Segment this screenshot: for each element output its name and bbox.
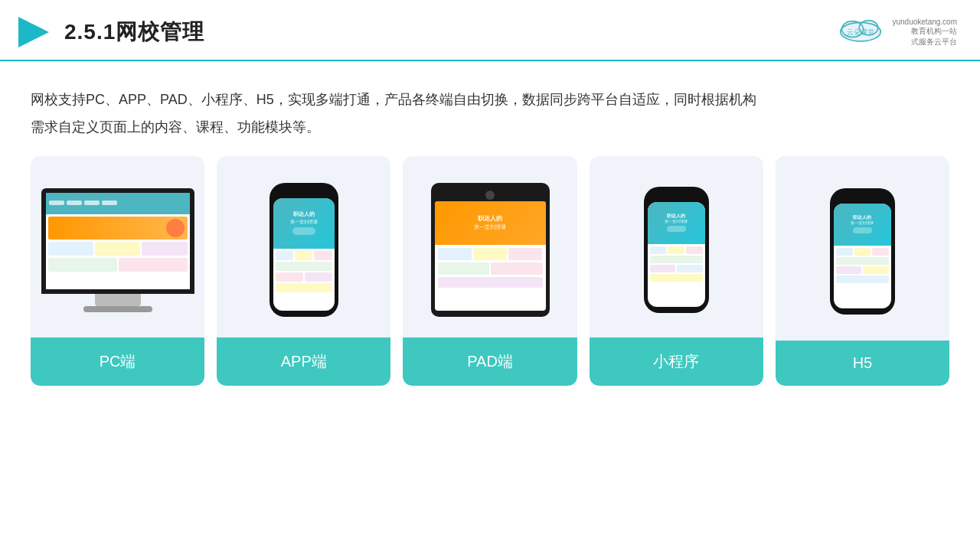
cards-container: PC端 职达人的 第一堂刘理课 <box>31 156 949 386</box>
card-app: 职达人的 第一堂刘理课 <box>217 156 390 386</box>
logo-url: yunduoketang.com <box>892 18 957 26</box>
card-h5-image: 职达人的 第一堂刘理课 <box>776 156 949 341</box>
logo-area: 云朵课堂 yunduoketang.com 教育机构一站 式服务云平台 <box>834 17 957 47</box>
logo-tagline: 教育机构一站 <box>892 26 957 37</box>
monitor-mockup <box>41 188 194 312</box>
logo-tagline2: 式服务云平台 <box>892 37 957 47</box>
card-mini: 职达人的 第一堂刘理课 <box>590 156 763 386</box>
phone-mockup-h5: 职达人的 第一堂刘理课 <box>830 188 895 315</box>
logo-text: yunduoketang.com 教育机构一站 式服务云平台 <box>892 18 957 47</box>
svg-text:云朵课堂: 云朵课堂 <box>847 28 874 36</box>
card-pc-image <box>31 156 204 337</box>
play-icon <box>15 14 52 51</box>
card-h5: 职达人的 第一堂刘理课 <box>776 156 949 386</box>
page-title: 2.5.1网校管理 <box>64 18 204 47</box>
desc-line1: 网校支持PC、APP、PAD、小程序、H5，实现多端打通，产品各终端自由切换，数… <box>31 86 949 113</box>
card-pad-image: 职达人的 第一堂刘理课 <box>403 156 577 337</box>
phone-mockup-mini: 职达人的 第一堂刘理课 <box>644 187 709 313</box>
header: 2.5.1网校管理 云朵课堂 yunduoketang.com 教育机构一站 式… <box>0 0 980 61</box>
phone-mockup-app: 职达人的 第一堂刘理课 <box>270 183 338 317</box>
card-mini-image: 职达人的 第一堂刘理课 <box>590 156 763 337</box>
card-pad: 职达人的 第一堂刘理课 <box>403 156 577 386</box>
description: 网校支持PC、APP、PAD、小程序、H5，实现多端打通，产品各终端自由切换，数… <box>31 86 949 141</box>
card-pad-label: PAD端 <box>403 337 577 386</box>
card-app-image: 职达人的 第一堂刘理课 <box>217 156 390 337</box>
card-mini-label: 小程序 <box>590 337 763 386</box>
tablet-mockup: 职达人的 第一堂刘理课 <box>431 183 550 317</box>
card-pc: PC端 <box>31 156 204 386</box>
header-left: 2.5.1网校管理 <box>15 14 204 51</box>
card-pc-label: PC端 <box>31 337 204 386</box>
card-app-label: APP端 <box>217 337 390 386</box>
svg-marker-0 <box>18 17 49 47</box>
desc-line2: 需求自定义页面上的内容、课程、功能模块等。 <box>31 113 949 141</box>
card-h5-label: H5 <box>776 341 949 386</box>
cloud-logo-icon: 云朵课堂 <box>834 17 887 47</box>
